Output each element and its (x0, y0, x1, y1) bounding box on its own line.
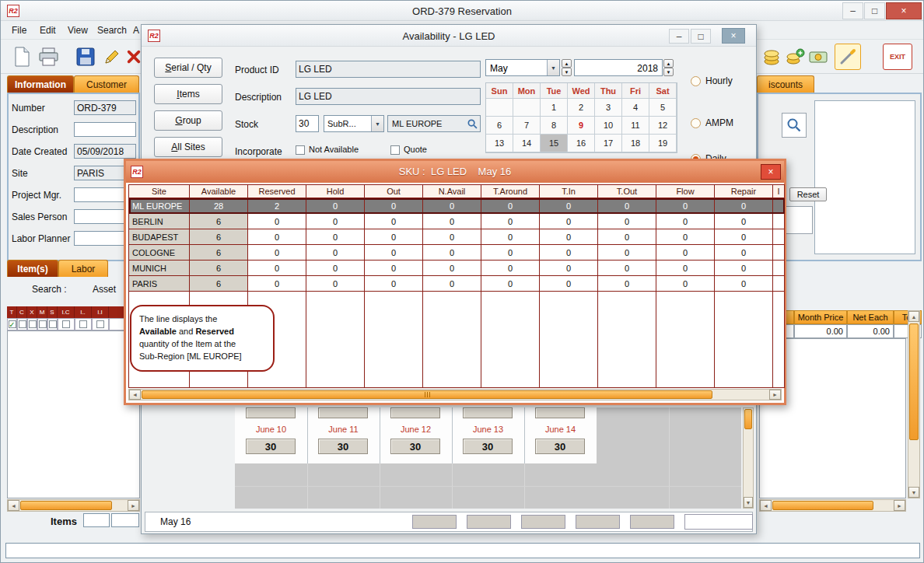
month-select[interactable]: May ▼ (485, 59, 560, 76)
calendar-day[interactable]: 14 (513, 135, 541, 152)
menu-view[interactable]: View (63, 22, 93, 39)
sku-row[interactable]: PARIS 6 0 0 0 0 0 0 0 0 0 (129, 276, 785, 292)
quantity-box[interactable]: 30 (246, 439, 296, 454)
calendar-day[interactable]: 11 (622, 117, 649, 135)
calendar-day-selected[interactable]: 15 (541, 135, 568, 152)
sales-person-field[interactable] (74, 209, 125, 224)
calendar-day-today[interactable]: 9 (568, 117, 595, 135)
exit-button[interactable]: EXIT (883, 44, 912, 70)
footer-input-box[interactable] (684, 514, 753, 530)
sku-row-selected[interactable]: ML EUROPE 28 2 0 0 0 0 0 0 0 0 (129, 198, 785, 214)
calendar-day[interactable]: 10 (595, 117, 622, 135)
year-spinner[interactable]: ▲ ▼ (663, 59, 674, 76)
calendar-day[interactable]: 16 (568, 135, 595, 152)
stock-field[interactable] (296, 115, 319, 132)
tab-customer[interactable]: Customer (74, 75, 139, 93)
quote-checkbox[interactable] (390, 145, 400, 155)
add-payment-button[interactable] (783, 45, 807, 68)
scroll-thumb[interactable] (772, 501, 873, 510)
scroll-right-button[interactable]: ► (894, 500, 905, 511)
charges-button[interactable] (760, 45, 783, 68)
scroll-thumb[interactable] (909, 323, 919, 440)
sku-col-header[interactable]: Hold (306, 185, 365, 198)
print-button[interactable] (37, 45, 60, 68)
minimize-button[interactable]: – (842, 2, 863, 19)
save-button[interactable] (74, 45, 97, 68)
number-field[interactable] (74, 100, 136, 115)
sku-col-header[interactable]: T.Out (598, 185, 656, 198)
sku-col-header[interactable]: T.Around (481, 185, 540, 198)
tab-information[interactable]: Information (7, 75, 74, 93)
chevron-down-icon[interactable]: ▼ (547, 60, 559, 75)
scroll-thumb[interactable] (20, 501, 112, 510)
labor-planner-field[interactable] (74, 231, 125, 246)
scroll-up-button[interactable]: ▲ (908, 311, 919, 322)
new-document-button[interactable] (10, 45, 33, 68)
calendar-day[interactable]: 2 (568, 99, 595, 117)
calendar-day[interactable]: 3 (595, 99, 622, 117)
status-bar-input[interactable] (5, 543, 920, 558)
quantity-box[interactable]: 30 (390, 439, 440, 454)
tab-labor[interactable]: Labor (58, 260, 108, 277)
calendar-day[interactable]: 6 (486, 117, 513, 135)
calendar-day[interactable]: 13 (486, 135, 513, 152)
magic-wand-button[interactable] (835, 44, 861, 70)
row-checkbox[interactable] (79, 320, 87, 328)
sku-col-header[interactable]: N.Avail (423, 185, 481, 198)
calendar-day[interactable]: 19 (649, 135, 677, 152)
sku-col-header[interactable]: I (773, 185, 785, 198)
product-id-field[interactable] (296, 61, 481, 78)
quantity-box[interactable]: 30 (463, 439, 513, 454)
sku-col-header[interactable]: Out (365, 185, 423, 198)
calendar-day[interactable]: 1 (541, 99, 568, 117)
scroll-thumb[interactable] (744, 409, 752, 429)
chevron-down-icon[interactable]: ▼ (371, 116, 383, 131)
row-checkbox[interactable] (96, 320, 104, 328)
calendar-day[interactable] (513, 99, 541, 117)
payments-button[interactable] (807, 45, 830, 68)
reset-button[interactable]: Reset (789, 187, 827, 201)
scroll-thumb[interactable] (142, 390, 712, 399)
sku-col-header[interactable]: Repair (715, 185, 773, 198)
spin-down-icon[interactable]: ▼ (562, 68, 572, 76)
close-button[interactable]: × (722, 28, 745, 44)
calendar-day[interactable]: 12 (649, 117, 677, 135)
date-created-field[interactable] (74, 144, 136, 159)
calendar-day[interactable]: 8 (541, 117, 568, 135)
scroll-down-button[interactable]: ▼ (908, 487, 919, 498)
sku-horizontal-scrollbar[interactable]: ◄ ► (128, 389, 782, 400)
subregion-combo[interactable]: SubR... ▼ (324, 115, 384, 132)
quantity-box[interactable]: 30 (535, 439, 585, 454)
sku-row[interactable]: BUDAPEST 6 0 0 0 0 0 0 0 0 0 (129, 229, 785, 245)
calendar-day[interactable]: 4 (622, 99, 649, 117)
spin-up-icon[interactable]: ▲ (663, 59, 674, 68)
serial-qty-button[interactable]: Serial / Qty (154, 58, 222, 78)
sku-col-header[interactable]: T.In (540, 185, 598, 198)
project-mgr-field[interactable] (74, 187, 125, 202)
month-spinner[interactable]: ▲ ▼ (562, 59, 572, 76)
tab-items[interactable]: Item(s) (7, 260, 58, 277)
scroll-left-button[interactable]: ◄ (760, 500, 772, 511)
sku-col-header[interactable]: Site (129, 185, 190, 198)
description-field[interactable] (74, 122, 136, 137)
not-available-checkbox[interactable] (296, 145, 305, 155)
menu-file[interactable]: File (7, 22, 31, 39)
scroll-left-button[interactable]: ◄ (8, 500, 19, 511)
scroll-left-button[interactable]: ◄ (129, 390, 141, 400)
items-qty-field[interactable] (111, 513, 139, 527)
calendar-day[interactable]: 5 (649, 99, 677, 117)
hourly-radio[interactable] (691, 76, 701, 86)
tab-discounts[interactable]: iscounts (757, 75, 814, 93)
right-vertical-scrollbar[interactable]: ▲ ▼ (908, 310, 920, 498)
scroll-right-button[interactable]: ► (128, 500, 139, 511)
calendar-day[interactable] (486, 99, 513, 117)
row-checkbox[interactable] (62, 320, 70, 328)
calendar-day[interactable]: 17 (595, 135, 622, 152)
spin-down-icon[interactable]: ▼ (663, 68, 674, 76)
spin-up-icon[interactable]: ▲ (562, 59, 572, 68)
row-checkbox[interactable] (19, 320, 26, 328)
sku-row[interactable]: BERLIN 6 0 0 0 0 0 0 0 0 0 (129, 214, 785, 229)
subregion-field[interactable]: ML EUROPE (387, 115, 481, 132)
menu-search[interactable]: Search (93, 22, 131, 39)
maximize-button[interactable]: □ (691, 29, 711, 44)
